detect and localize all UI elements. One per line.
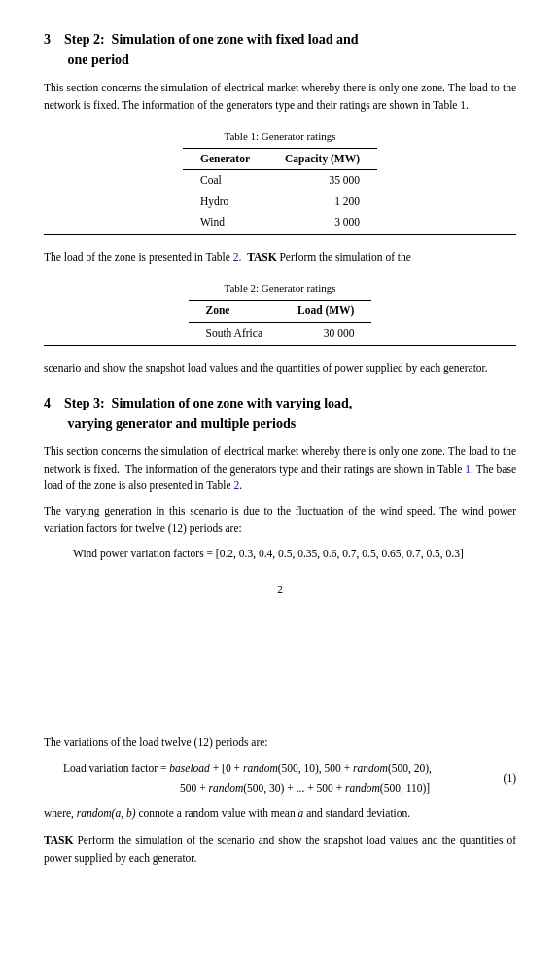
task-final-label: TASK — [44, 835, 73, 846]
where-text: where, random(a, b) connote a random val… — [44, 805, 516, 823]
table-1-row-2-cap: 1 200 — [267, 192, 377, 212]
section-3-title-text: Step 2: Simulation of one zone with fixe… — [44, 32, 359, 67]
table-2-col-load: Load (MW) — [280, 301, 371, 322]
table-1-row-1-gen: Coal — [183, 170, 267, 192]
table-2-caption: Table 2: Generator ratings — [225, 280, 336, 297]
table-row: Wind 3 000 — [183, 212, 377, 234]
table-2-col-zone: Zone — [189, 301, 280, 322]
table-row: Coal 35 000 — [183, 170, 377, 192]
task-final: TASK Perform the simulation of the scena… — [44, 833, 516, 868]
section-3-title: 3 Step 2: Simulation of one zone with fi… — [44, 29, 516, 70]
page-number: 2 — [44, 582, 516, 598]
table2-link-s4[interactable]: 2 — [233, 480, 239, 491]
section-3-number: 3 — [44, 32, 51, 47]
section-3-task-intro: The load of the zone is presented in Tab… — [44, 249, 516, 267]
section-3: 3 Step 2: Simulation of one zone with fi… — [44, 29, 516, 377]
table-1-row-3-gen: Wind — [183, 212, 267, 234]
table-1-col-capacity: Capacity (MW) — [267, 149, 377, 170]
equation-content: Load variation factor = baseload + [0 + … — [44, 760, 487, 798]
section-3-intro: This section concerns the simulation of … — [44, 80, 516, 115]
table-1-col-generator: Generator — [183, 149, 267, 170]
table-2-bottom-rule — [44, 345, 516, 346]
table-row: South Africa 30 000 — [189, 322, 372, 345]
table-2-container: Table 2: Generator ratings Zone Load (MW… — [44, 280, 516, 346]
equation-block: Load variation factor = baseload + [0 + … — [44, 760, 516, 798]
table2-link[interactable]: 2 — [233, 251, 239, 263]
equation-number: (1) — [487, 770, 516, 787]
table-2-row-1-zone: South Africa — [189, 322, 280, 345]
load-variations-intro: The variations of the load twelve (12) p… — [44, 734, 516, 752]
wind-factors: Wind power variation factors = [0.2, 0.3… — [73, 546, 516, 562]
table-2-row-1-load: 30 000 — [280, 322, 371, 345]
table-1-row-2-gen: Hydro — [183, 192, 267, 212]
table-1-row-1-cap: 35 000 — [267, 170, 377, 192]
task-label-1: TASK — [247, 251, 276, 263]
equation-lhs: Load variation factor = baseload + [0 + … — [63, 763, 432, 774]
section-4-number: 4 — [44, 396, 51, 410]
table-1-row-3-cap: 3 000 — [267, 212, 377, 234]
section-3-conclusion: scenario and show the snapshot load valu… — [44, 360, 516, 377]
load-variation-formula: Load variation factor = baseload + [0 + … — [63, 760, 487, 798]
section-4-title-text: Step 3: Simulation of one zone with vary… — [44, 396, 352, 431]
table-2: Zone Load (MW) South Africa 30 000 — [189, 300, 372, 345]
section-4-varying-line: The varying generation in this scenario … — [44, 503, 516, 538]
table-row: Hydro 1 200 — [183, 192, 377, 212]
table-1-container: Table 1: Generator ratings Generator Cap… — [44, 128, 516, 236]
section-4-title: 4 Step 3: Simulation of one zone with va… — [44, 393, 516, 434]
table-1: Generator Capacity (MW) Coal 35 000 Hydr… — [183, 148, 377, 234]
table1-link-s4[interactable]: 1 — [465, 463, 471, 475]
page: 3 Step 2: Simulation of one zone with fi… — [0, 0, 560, 960]
table-1-caption: Table 1: Generator ratings — [225, 128, 336, 145]
equation-rhs2: 500 + random(500, 30) + ... + 500 + rand… — [63, 782, 430, 794]
section-4: 4 Step 3: Simulation of one zone with va… — [44, 393, 516, 868]
page-break-space — [44, 618, 516, 734]
table-1-bottom-rule — [44, 234, 516, 235]
section-4-intro: This section concerns the simulation of … — [44, 444, 516, 495]
